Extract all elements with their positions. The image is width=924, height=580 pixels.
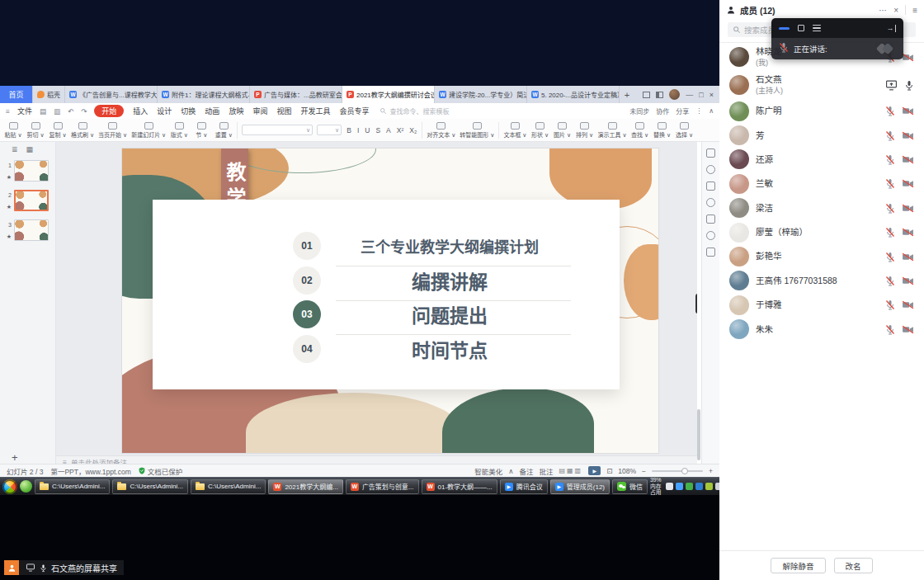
menu-tab-审阅[interactable]: 审阅 — [252, 106, 267, 116]
menu-tab-放映[interactable]: 放映 — [229, 106, 243, 116]
camera-muted-icon[interactable] — [902, 276, 914, 286]
ribbon-查找[interactable]: 查找 ∨ — [631, 122, 649, 139]
menu-tab-会员专享[interactable]: 会员专享 — [339, 106, 369, 116]
camera-muted-icon[interactable] — [902, 52, 914, 63]
ribbon-图片[interactable]: 图片 ∨ — [553, 122, 571, 139]
taskbar-button[interactable]: W01-教学大纲——... — [422, 479, 497, 494]
save-icon[interactable]: ▤ — [40, 107, 46, 116]
settings-tool-icon[interactable] — [706, 165, 715, 174]
tray-icon[interactable] — [686, 483, 693, 490]
slide-thumbnail-row[interactable]: 1★ — [0, 157, 55, 186]
start-button[interactable] — [2, 479, 17, 494]
outline-view-icon[interactable]: ≣ — [12, 145, 18, 153]
camera-muted-icon[interactable] — [902, 203, 914, 214]
format-X₂-button[interactable]: X₂ — [408, 126, 417, 134]
overlay-list-icon[interactable] — [813, 25, 821, 32]
member-row[interactable]: 兰敏 — [719, 172, 924, 196]
menu-tab-视图[interactable]: 视图 — [276, 106, 291, 116]
slides-view-icon[interactable]: ▦ — [26, 145, 34, 153]
wps-tab[interactable]: W5. 2020-...品设计专业定稿）⊙ — [527, 86, 620, 103]
camera-muted-icon[interactable] — [902, 324, 914, 335]
font-size-select[interactable]: ∨ — [317, 125, 342, 135]
member-row[interactable]: 朱朱 — [719, 318, 924, 342]
add-slide-button[interactable]: + — [12, 451, 18, 464]
taskbar-button[interactable]: ▶腾讯会议 — [500, 479, 548, 494]
mic-muted-icon[interactable] — [885, 130, 895, 141]
mic-icon[interactable] — [904, 80, 914, 91]
more-options-icon[interactable]: ⋯ — [879, 6, 887, 15]
layers-tool-icon[interactable] — [706, 182, 715, 191]
member-row[interactable]: 于博雅 — [719, 293, 924, 317]
menu-tab-设计[interactable]: 设计 — [157, 106, 172, 116]
file-menu[interactable]: 文件 — [17, 106, 32, 116]
camera-muted-icon[interactable] — [902, 154, 914, 165]
wps-tab[interactable]: W附件1：理论课程大纲格式-2⊙ — [158, 86, 250, 103]
tray-icon[interactable] — [676, 483, 683, 490]
mic-muted-icon[interactable] — [885, 324, 895, 335]
screen-share-icon[interactable] — [885, 80, 898, 91]
camera-muted-icon[interactable] — [902, 178, 914, 189]
member-row[interactable]: 梁洁 — [719, 196, 924, 220]
collapse-ribbon-icon[interactable]: ∧ — [709, 107, 714, 115]
zoom-slider-knob[interactable] — [681, 468, 688, 474]
slide-thumbnail-row[interactable]: 3★ — [0, 216, 55, 246]
comments-toggle[interactable]: 批注 — [539, 466, 553, 476]
mic-muted-icon[interactable] — [885, 154, 895, 165]
fit-slide-icon[interactable]: ⊡ — [606, 467, 612, 475]
view-mode-icons[interactable]: ▤▦▥ — [559, 467, 583, 474]
mic-muted-icon[interactable] — [885, 252, 895, 262]
mic-muted-icon[interactable] — [779, 42, 789, 53]
minimize-button[interactable]: — — [686, 91, 693, 99]
member-row[interactable]: 芳 — [719, 123, 924, 147]
wps-tab[interactable]: W建设学院-20...学专业）简洁版⊙ — [435, 86, 527, 103]
format-X²-button[interactable]: X² — [396, 126, 405, 134]
taskbar-button[interactable]: W2021教学大纲编... — [268, 479, 342, 494]
ribbon-重置[interactable]: 重置 ∨ — [214, 122, 233, 139]
shape-tool-icon[interactable] — [706, 215, 715, 224]
tray-icon[interactable] — [695, 483, 703, 490]
slide-thumbnail[interactable] — [14, 160, 49, 182]
slideshow-play-button[interactable]: ▶ — [588, 466, 601, 475]
unmute-button[interactable]: 解除静音 — [771, 558, 825, 573]
member-row[interactable]: 王高伟 17677031588 — [719, 269, 924, 293]
history-tool-icon[interactable] — [706, 198, 715, 207]
ribbon-对齐文本[interactable]: 对齐文本 ∨ — [427, 122, 455, 139]
new-tab-button[interactable]: + — [620, 86, 634, 103]
ribbon-新建幻灯片[interactable]: 新建幻灯片 ∨ — [131, 122, 166, 139]
ribbon-转智能图形[interactable]: 转智能图形 ∨ — [460, 122, 494, 139]
taskbar-button[interactable]: C:\Users\Admini... — [112, 479, 187, 494]
ribbon-格式刷[interactable]: 格式刷 ∨ — [71, 122, 94, 139]
split-view-icon[interactable] — [656, 92, 663, 98]
wps-tab[interactable]: W《广告创意与...课程教学大纲⊙ — [65, 86, 158, 103]
collaborate-button[interactable]: 协作 — [656, 106, 669, 116]
account-avatar[interactable] — [669, 89, 680, 100]
menu-tab-插入[interactable]: 插入 — [133, 106, 148, 116]
zoom-slider[interactable] — [652, 470, 703, 472]
wps-tab[interactable]: 稻壳 — [33, 86, 65, 103]
tray-icon[interactable] — [705, 483, 713, 490]
font-family-select[interactable]: ∨ — [242, 125, 313, 135]
format-S-button[interactable]: S — [375, 126, 381, 134]
member-row[interactable]: 陈广明 — [719, 99, 924, 123]
wps-tab[interactable]: P广告与媒体：...品教研室会议⊙ — [250, 86, 342, 103]
hamburger-icon[interactable]: ≡ — [6, 107, 10, 116]
camera-muted-icon[interactable] — [902, 299, 914, 310]
mic-muted-icon[interactable] — [885, 106, 895, 116]
close-button[interactable]: × — [710, 91, 714, 99]
zoom-out-button[interactable]: − — [642, 467, 646, 475]
slide-thumbnail[interactable] — [14, 190, 49, 211]
rename-button[interactable]: 改名 — [834, 558, 873, 573]
member-row[interactable]: 还源 — [719, 148, 924, 172]
ribbon-节[interactable]: 节 ∨ — [192, 122, 210, 139]
mic-muted-icon[interactable] — [885, 227, 895, 238]
ribbon-剪切[interactable]: 剪切 ∨ — [26, 122, 45, 139]
ribbon-复制[interactable]: 复制 ∨ — [49, 122, 67, 139]
ribbon-粘贴[interactable]: 粘贴 ∨ — [4, 122, 22, 139]
mic-muted-icon[interactable] — [885, 276, 895, 286]
overlay-window-icon[interactable] — [798, 25, 804, 31]
wps-tab[interactable]: 首页 — [0, 86, 33, 103]
memory-widget[interactable]: 39%内存占用 — [650, 477, 662, 496]
ribbon-文本框[interactable]: 文本框 ∨ — [503, 122, 526, 139]
notes-toggle[interactable]: 备注 — [519, 466, 533, 476]
slide-canvas[interactable]: 教学大纲 01 三个专业教学大纲编撰计划 02 编撰讲解 03 问题提出 04 … — [122, 149, 658, 453]
